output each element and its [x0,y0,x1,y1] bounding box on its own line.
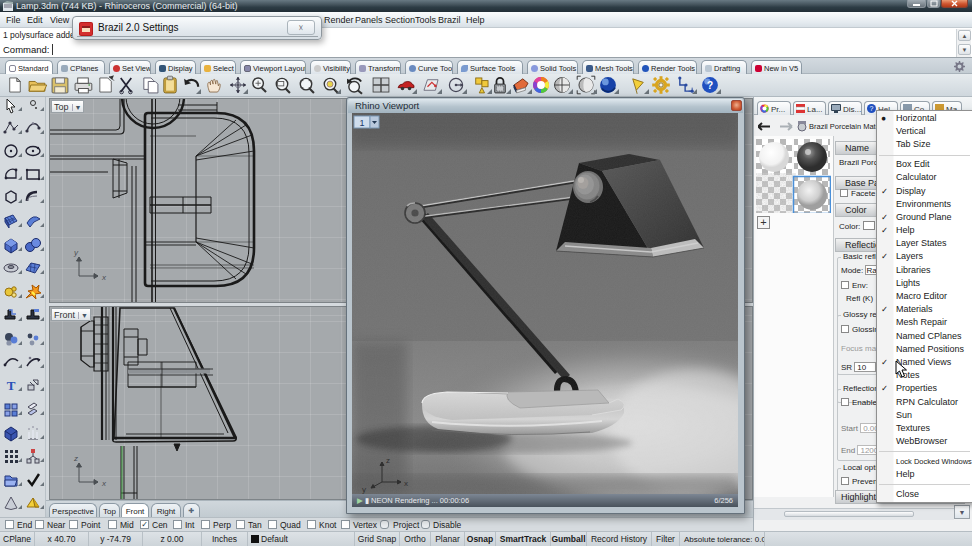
svg-text:z: z [386,456,390,465]
svg-text:?: ? [870,105,874,112]
svg-text:y: y [73,248,79,257]
svg-text:x: x [101,273,107,282]
svg-text:y: y [362,485,366,494]
svg-text:?: ? [707,79,713,91]
svg-text:1: 1 [359,118,364,128]
svg-text:x: x [404,479,408,488]
svg-text:x: x [101,479,107,488]
svg-text:T: T [7,378,16,393]
svg-text:z: z [73,454,78,463]
